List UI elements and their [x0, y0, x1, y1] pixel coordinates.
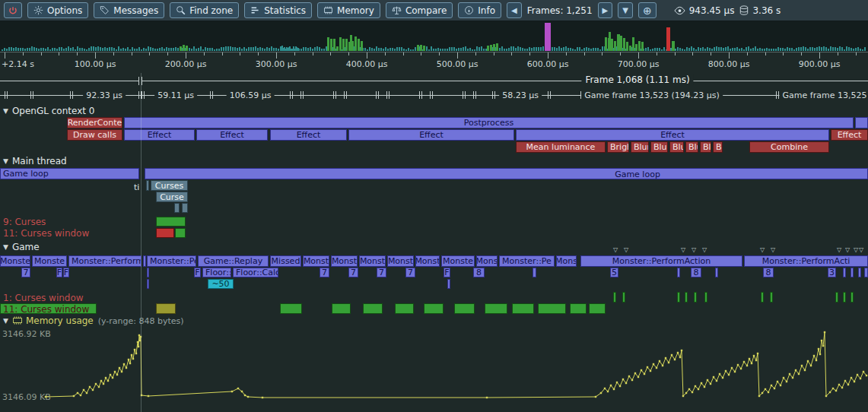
zone[interactable]: Effect [348, 129, 514, 141]
zone[interactable]: F [194, 268, 201, 277]
lock-bar[interactable] [843, 292, 846, 303]
zone[interactable] [147, 279, 149, 289]
lock-bar[interactable] [622, 292, 625, 303]
zone[interactable]: F [63, 268, 69, 277]
zone[interactable]: Curses [151, 180, 188, 191]
zone[interactable]: Brigh [607, 141, 629, 153]
zone[interactable]: Mean luminance [516, 141, 606, 153]
zone[interactable]: Effect [124, 129, 195, 141]
zone[interactable]: Postprocess [124, 117, 854, 128]
zone[interactable]: Monst [387, 255, 414, 267]
lock-label[interactable]: 9: Curses [3, 217, 46, 227]
zone[interactable]: Floor::Calc [233, 268, 278, 277]
zone[interactable]: Monster::PerformA [68, 255, 141, 267]
zone[interactable]: 7 [21, 268, 30, 277]
lock-bar[interactable] [156, 228, 174, 238]
lock-bar[interactable] [485, 303, 507, 314]
zone[interactable]: Effect [831, 129, 868, 141]
lock-bar[interactable] [332, 303, 351, 314]
zone[interactable]: Monst [331, 255, 358, 267]
lock-bar[interactable] [589, 303, 606, 314]
zone[interactable]: Blur [700, 141, 711, 153]
zone[interactable]: 8 [473, 268, 485, 277]
zone[interactable] [843, 268, 846, 277]
zone[interactable] [533, 268, 536, 277]
lock-bar[interactable] [363, 303, 383, 314]
section-header[interactable]: ▼Main thread [3, 156, 67, 166]
zone[interactable]: Blur [650, 141, 668, 153]
zone[interactable]: 5 [610, 268, 618, 277]
lock-label[interactable]: 11: Curses window [3, 228, 89, 239]
zone[interactable]: Mons [556, 255, 577, 267]
zone[interactable]: 7 [348, 268, 358, 277]
zone[interactable]: Curse [156, 192, 188, 202]
zone[interactable] [174, 203, 180, 213]
zone[interactable]: Combine [749, 141, 829, 153]
zone[interactable]: Blur [631, 141, 649, 153]
zone[interactable] [145, 168, 868, 179]
message-marker-icon[interactable]: ▽ [837, 247, 841, 253]
lock-bar[interactable] [704, 292, 707, 303]
message-marker-icon[interactable]: ▽ [854, 247, 858, 253]
zone[interactable]: Monster::PerformActi [744, 255, 868, 267]
zone[interactable] [864, 268, 868, 277]
zone[interactable] [851, 268, 854, 277]
memory-plot[interactable] [0, 329, 868, 412]
lock-bar[interactable] [454, 303, 475, 314]
message-marker-icon[interactable]: ▽ [859, 247, 863, 253]
zone[interactable]: Monster::Pe [147, 255, 196, 267]
zone[interactable]: Effect [516, 129, 829, 141]
zone[interactable]: Effect [270, 129, 347, 141]
zone[interactable]: Missed [270, 255, 301, 267]
message-marker-icon[interactable]: ▽ [613, 247, 618, 253]
message-marker-icon[interactable]: ▽ [692, 247, 696, 253]
message-marker-icon[interactable]: ▽ [702, 247, 707, 253]
zone[interactable]: Monst [415, 255, 440, 267]
zone[interactable]: Monste [32, 255, 67, 267]
lock-bar[interactable] [156, 217, 186, 227]
zone[interactable]: F [56, 268, 62, 277]
message-marker-icon[interactable]: ▽ [771, 247, 775, 253]
message-marker-icon[interactable]: ▽ [760, 247, 765, 253]
lock-bar[interactable] [280, 303, 302, 314]
zone[interactable] [855, 117, 868, 128]
zone[interactable]: 8 [763, 268, 774, 277]
zone[interactable]: 7 [320, 268, 329, 277]
memory-section-header[interactable]: ▼Memory usage(y-range: 848 bytes) [3, 315, 184, 326]
zone[interactable]: F [444, 268, 450, 277]
lock-bar[interactable] [424, 303, 444, 314]
zone[interactable] [146, 180, 149, 191]
zone[interactable]: Monster::Pe [499, 255, 555, 267]
lock-bar[interactable] [175, 228, 186, 238]
zone[interactable]: Effect [196, 129, 268, 141]
zone[interactable]: Game loop [0, 168, 139, 179]
lock-bar[interactable] [761, 292, 764, 303]
zone[interactable]: Game::Replay [198, 255, 269, 267]
zone[interactable] [858, 268, 861, 277]
lock-bar[interactable] [677, 292, 680, 303]
lock-bar[interactable] [770, 292, 773, 303]
zone[interactable] [677, 268, 680, 277]
zone[interactable]: Mons [476, 255, 498, 267]
lock-bar[interactable] [395, 303, 414, 314]
lock-bar[interactable] [156, 303, 176, 314]
message-marker-icon[interactable]: ▽ [624, 247, 628, 253]
zone[interactable]: 3 [828, 268, 836, 277]
lock-bar[interactable] [685, 292, 688, 303]
lock-bar[interactable] [538, 303, 566, 314]
zone[interactable] [147, 268, 149, 277]
lock-label[interactable]: 1: Curses window [3, 293, 84, 303]
zone[interactable]: Monste [441, 255, 475, 267]
zone[interactable]: 8 [691, 268, 701, 277]
zone[interactable]: ~50 [208, 279, 234, 289]
zone[interactable]: 7 [377, 268, 386, 277]
message-marker-icon[interactable]: ▽ [681, 247, 685, 253]
lock-bar[interactable] [570, 303, 587, 314]
lock-label[interactable]: 11: Curses window [3, 304, 89, 315]
zone[interactable]: Blur [685, 141, 698, 153]
zone[interactable]: Draw calls [67, 129, 122, 141]
lock-bar[interactable] [835, 292, 838, 303]
lock-bar[interactable] [512, 303, 534, 314]
zone[interactable] [182, 203, 188, 213]
section-header[interactable]: ▼OpenGL context 0 [3, 106, 94, 116]
